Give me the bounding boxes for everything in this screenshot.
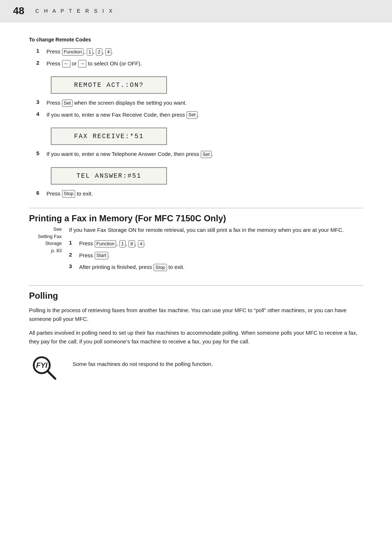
key-left-arrow: ← [62, 60, 70, 67]
step-6: 6 Press Stop to exit. [29, 190, 363, 198]
sidebar-line3: p. 83 [51, 248, 62, 253]
polling-para1: Polling is the process of retrieving fax… [29, 306, 363, 323]
key-2a: 2 [96, 48, 102, 56]
step-1: 1 Press Function, 1, 2, 4. [29, 48, 363, 56]
print-step-1-content: Press Function, 1, 8, 4. [79, 239, 363, 248]
print-step-1: 1 Press Function, 1, 8, 4. [69, 239, 363, 248]
divider-2 [29, 285, 363, 286]
remote-codes-section: To change Remote Codes 1 Press Function,… [29, 37, 363, 198]
step-1-number: 1 [36, 48, 46, 54]
step-3-content: Press Set when the screen displays the s… [46, 99, 363, 107]
print-step-3-content: After printing is finished, press Stop t… [79, 263, 363, 271]
chapter-number: 48 [13, 5, 24, 17]
remote-codes-heading: To change Remote Codes [29, 37, 363, 43]
print-step-2: 2 Press Start. [69, 251, 363, 260]
print-step-3: 3 After printing is finished, press Stop… [69, 263, 363, 271]
step-1-content: Press Function, 1, 2, 4. [46, 48, 363, 56]
fyi-icon: FYI [29, 352, 62, 385]
key-set-3: Set [201, 151, 212, 158]
lcd-display-1: REMOTE ACT.:ON? [51, 76, 167, 94]
fyi-icon-container: FYI [29, 352, 65, 386]
sidebar-see: See [53, 226, 62, 232]
print-step-2-number: 2 [69, 251, 79, 258]
svg-line-1 [48, 371, 55, 379]
key-start: Start [95, 252, 108, 259]
polling-section-title: Polling [29, 291, 363, 301]
lcd-display-3: TEL ANSWER:#51 [51, 167, 167, 185]
key-stop-2: Stop [154, 264, 167, 271]
svg-text:FYI: FYI [36, 361, 48, 369]
step-3-number: 3 [36, 99, 46, 105]
print-step-1-number: 1 [69, 239, 79, 246]
divider-1 [29, 208, 363, 208]
key-stop-1: Stop [62, 190, 75, 197]
step-3: 3 Press Set when the screen displays the… [29, 99, 363, 107]
chapter-title: C H A P T E R S I X [35, 8, 114, 14]
key-set-1: Set [62, 100, 73, 107]
step-2-number: 2 [36, 60, 46, 66]
key-function: Function [62, 48, 84, 56]
step-5: 5 If you want to, enter a new Telephone … [29, 150, 363, 158]
step-4-content: If you want to, enter a new Fax Receive … [46, 111, 363, 119]
polling-para2: All parties involved in polling need to … [29, 329, 363, 346]
step-4-number: 4 [36, 111, 46, 117]
print-step-3-number: 3 [69, 263, 79, 269]
printing-section-title: Printing a Fax in Memory (For MFC 7150C … [29, 213, 363, 223]
printing-intro: If you have Fax Storage ON for remote re… [69, 226, 363, 234]
step-2-content: Press ← or → to select ON (or OFF). [46, 60, 363, 68]
fyi-section: FYI Some fax machines do not respond to … [29, 352, 363, 386]
sidebar-line1: Setting Fax [38, 234, 62, 239]
step-6-number: 6 [36, 190, 46, 196]
step-4: 4 If you want to, enter a new Fax Receiv… [29, 111, 363, 119]
step-5-content: If you want to, enter a new Telephone An… [46, 150, 363, 158]
step-5-number: 5 [36, 150, 46, 156]
printing-content: If you have Fax Storage ON for remote re… [69, 226, 363, 275]
step-6-content: Press Stop to exit. [46, 190, 363, 198]
print-step-2-content: Press Start. [79, 251, 363, 260]
sidebar-line2: Storage [45, 241, 62, 246]
printing-section-body: See Setting Fax Storage p. 83 If you hav… [29, 226, 363, 275]
step-2: 2 Press ← or → to select ON (or OFF). [29, 60, 363, 68]
fyi-text: Some fax machines do not respond to the … [73, 360, 213, 368]
key-function-2: Function [95, 240, 117, 247]
key-right-arrow: → [78, 60, 86, 67]
page: 48 C H A P T E R S I X To change Remote … [0, 0, 392, 552]
key-4b: 4 [138, 240, 144, 247]
lcd-display-2: FAX RECEIVE:*51 [51, 128, 167, 145]
header-bar: 48 C H A P T E R S I X [0, 0, 392, 22]
main-content: To change Remote Codes 1 Press Function,… [0, 22, 392, 401]
key-set-2: Set [187, 111, 197, 118]
key-1b: 1 [119, 240, 126, 247]
key-8b: 8 [128, 240, 135, 247]
key-4a: 4 [105, 48, 111, 56]
sidebar-note: See Setting Fax Storage p. 83 [29, 226, 69, 254]
key-1a: 1 [87, 48, 93, 56]
